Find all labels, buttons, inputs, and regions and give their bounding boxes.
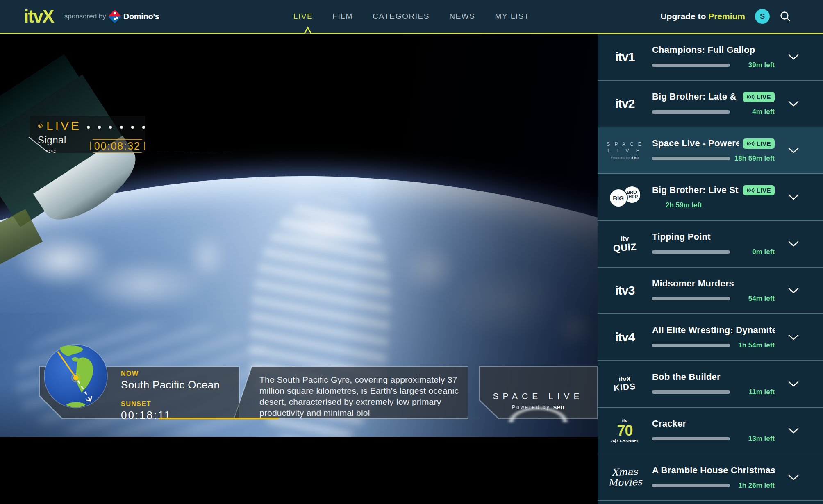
programme-title: All Elite Wrestling: Dynamite xyxy=(652,325,775,336)
channel-logo: itv4 xyxy=(598,330,652,344)
channel-logo: XmasMovies xyxy=(598,467,652,488)
nav-item-live[interactable]: LIVE xyxy=(293,12,313,21)
progress-bar xyxy=(652,250,730,254)
location-description: The South Pacific Gyre, covering approxi… xyxy=(259,374,459,418)
now-label: NOW xyxy=(121,370,220,377)
programme-title: Midsomer Murders xyxy=(652,278,775,289)
sunset-label: SUNSET xyxy=(121,400,220,408)
chevron-down-icon[interactable] xyxy=(788,147,799,154)
progress-bar xyxy=(652,437,730,440)
nav-item-categories[interactable]: CATEGORIES xyxy=(373,12,430,21)
live-badge: LIVE xyxy=(743,92,775,102)
channel-row-xmas-movies[interactable]: XmasMovies A Bramble House Christmas 1h … xyxy=(598,454,823,501)
channel-row-itv2[interactable]: itv2 Big Brother: Late & Live LIVE 4m le… xyxy=(598,81,823,127)
broadcast-icon xyxy=(747,141,755,146)
channel-row-itv1[interactable]: itv1 Champions: Full Gallop 39m left xyxy=(598,34,823,81)
upgrade-premium-button[interactable]: Upgrade to Premium xyxy=(660,11,745,21)
overlay-frame-line xyxy=(48,152,234,152)
time-remaining: 1h 26m left xyxy=(738,481,775,490)
nav-item-my-list[interactable]: MY LIST xyxy=(495,12,530,21)
search-button[interactable] xyxy=(780,11,791,22)
channel-logo: itvXKIDS xyxy=(598,376,652,392)
header-left: itvX sponsored by Domino's xyxy=(0,7,159,25)
sponsor-prefix-label: sponsored by xyxy=(64,12,106,20)
progress-bar xyxy=(652,297,730,300)
programme-title: Space Live - Powered ... xyxy=(652,138,739,149)
live-label: LIVE xyxy=(46,119,81,133)
active-tab-caret xyxy=(295,26,321,34)
time-remaining: 2h 59m left xyxy=(666,201,702,209)
progress-bar xyxy=(652,484,730,487)
live-badge: LIVE xyxy=(743,185,775,195)
time-remaining: 0m left xyxy=(752,248,775,256)
chevron-down-icon[interactable] xyxy=(788,241,799,247)
video-player[interactable]: LIVE Signal loss 00:08:32 NOW South Paci… xyxy=(0,34,598,504)
chevron-down-icon[interactable] xyxy=(788,287,799,294)
upgrade-prefix: Upgrade to xyxy=(660,11,706,21)
spacecraft-module xyxy=(0,79,184,272)
live-status-overlay: LIVE Signal loss 00:08:32 xyxy=(30,116,145,153)
channel-row-itvx-kids[interactable]: itvXKIDS Bob the Builder 11m left xyxy=(598,361,823,408)
nav-item-film[interactable]: FILM xyxy=(332,12,353,21)
broadcast-icon xyxy=(747,188,755,193)
channel-logo: BIGBROTHER xyxy=(598,185,652,209)
sponsor-block[interactable]: sponsored by Domino's xyxy=(64,11,159,21)
sunset-countdown: 00:18:11 xyxy=(121,409,220,422)
channel-row-itv-70[interactable]: itv7024|7 CHANNEL Cracker 13m left xyxy=(598,408,823,454)
chevron-down-icon[interactable] xyxy=(788,427,799,434)
live-progress-dots xyxy=(87,126,145,129)
channel-row-itv4[interactable]: itv4 All Elite Wrestling: Dynamite 1h 54… xyxy=(598,314,823,361)
letterbox-bottom xyxy=(0,437,598,504)
live-badge: LIVE xyxy=(743,138,775,149)
time-remaining: 4m left xyxy=(752,108,775,116)
broadcast-info-bar: NOW South Pacific Ocean SUNSET 00:18:11 xyxy=(0,366,598,419)
programme-title: Cracker xyxy=(652,418,775,429)
channel-logo: itv2 xyxy=(598,97,652,111)
programme-title: Big Brother: Live Strea... xyxy=(652,185,739,195)
chevron-down-icon[interactable] xyxy=(788,194,799,200)
itvx-logo[interactable]: itvX xyxy=(24,7,54,25)
description-panel: The South Pacific Gyre, covering approxi… xyxy=(234,366,468,419)
signal-loss-timer: 00:08:32 xyxy=(90,139,145,153)
time-remaining: 13m left xyxy=(748,435,775,443)
progress-bar xyxy=(652,64,730,67)
search-icon xyxy=(780,11,791,22)
programme-title: A Bramble House Christmas xyxy=(652,465,775,476)
programme-title: Tipping Point xyxy=(652,232,775,242)
nav-item-news[interactable]: NEWS xyxy=(449,12,475,21)
channel-logo: itv7024|7 CHANNEL xyxy=(598,418,652,443)
progress-bar xyxy=(652,344,730,347)
chevron-down-icon[interactable] xyxy=(788,54,799,60)
header-right: Upgrade to Premium S xyxy=(660,0,791,33)
time-remaining: 1h 54m left xyxy=(738,341,775,350)
progress-bar xyxy=(652,110,730,114)
channel-row-itv3[interactable]: itv3 Midsomer Murders 54m left xyxy=(598,268,823,314)
chevron-down-icon[interactable] xyxy=(788,381,799,387)
current-location: South Pacific Ocean xyxy=(121,379,220,391)
channel-logo: itv1 xyxy=(598,50,652,64)
time-remaining: 54m left xyxy=(748,295,775,303)
live-target-icon xyxy=(38,120,43,132)
progress-bar xyxy=(652,157,730,160)
chevron-down-icon[interactable] xyxy=(788,100,799,107)
channel-logo: itv3 xyxy=(598,284,652,297)
chevron-down-icon[interactable] xyxy=(788,334,799,341)
space-live-brand-panel: SPACE LIVE Powered by sen xyxy=(479,366,598,419)
time-remaining: 39m left xyxy=(748,61,775,69)
sponsor-name-label: Domino's xyxy=(123,12,159,21)
programme-title: Big Brother: Late & Live xyxy=(652,91,739,102)
channel-row-itv-quiz[interactable]: itvQUiZ Tipping Point 0m left xyxy=(598,221,823,268)
broadcast-icon xyxy=(747,94,755,100)
primary-nav: LIVE FILM CATEGORIES NEWS MY LIST xyxy=(293,0,530,33)
sunset-underline xyxy=(159,418,279,419)
dominos-logo-icon xyxy=(108,9,122,23)
programme-title: Champions: Full Gallop xyxy=(652,45,775,55)
profile-avatar[interactable]: S xyxy=(755,9,770,24)
chevron-down-icon[interactable] xyxy=(788,474,799,481)
channel-row-space-live[interactable]: S P A C EL I V EPowered by sen Space Liv… xyxy=(598,127,823,174)
upgrade-highlight: Premium xyxy=(708,11,745,21)
time-remaining: 11m left xyxy=(749,388,775,396)
channel-row-big-brother[interactable]: BIGBROTHER Big Brother: Live Strea... LI… xyxy=(598,174,823,221)
cloud-scatter-right xyxy=(386,229,598,361)
channel-rail: itv1 Champions: Full Gallop 39m left itv… xyxy=(598,34,823,504)
